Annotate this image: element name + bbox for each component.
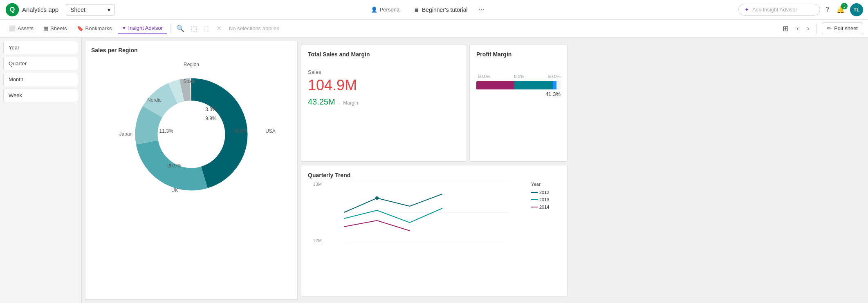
profit-scale-mid: 0.0% [514,74,524,79]
margin-label: Margin [343,100,358,106]
filter-week[interactable]: Week [3,89,78,102]
prev-sheet-button[interactable]: ‹ [794,22,801,35]
quarterly-svg [324,182,528,243]
assets-button[interactable]: ⬜ Assets [5,23,38,34]
assets-label: Assets [18,25,34,31]
quarterly-2012-line [344,194,442,212]
nordic-label: Nordic [147,97,161,103]
personal-label: Personal [380,7,401,13]
usa-pct: 45.5% [233,128,247,134]
sparkle-icon: ✦ [745,7,749,13]
uk-label: UK [171,187,178,193]
insight-icon: ✦ [122,25,126,31]
bookmarks-label: Bookmarks [85,25,112,31]
svg-text:Q: Q [10,6,15,13]
qlik-logo: Q Analytics app [5,2,62,17]
avatar-initials: TL [854,7,860,13]
select-tool-button[interactable]: ⬚ [188,22,200,35]
quarterly-chart-svg-container [324,182,528,243]
profit-bar-positive [514,81,553,89]
sales-per-region-card: Sales per Region Region Spain Nordic Jap… [85,41,298,300]
top-bar: Q Analytics app Sheet ▾ 👤 Personal 🖥 Beg… [0,0,868,20]
clear-tool-button[interactable]: ✕ [214,22,224,35]
edit-sheet-label: Edit sheet [834,25,858,31]
quarterly-chart-area: 13M 12M [308,182,561,243]
filter-month[interactable]: Month [3,73,78,86]
legend-2014-label: 2014 [539,205,549,209]
tutorial-button[interactable]: 🖥 Beginner's tutorial [410,4,472,15]
tutorial-label: Beginner's tutorial [422,7,468,13]
legend-2012-line [531,192,538,193]
personal-button[interactable]: 👤 Personal [367,4,405,15]
sheets-button[interactable]: ▦ Sheets [39,23,71,34]
japan-pct: 11.3% [159,128,173,134]
pencil-icon: ✏ [827,25,832,31]
center-panel: Sales per Region Region Spain Nordic Jap… [82,38,868,303]
toolbar: ⬜ Assets ▦ Sheets 🔖 Bookmarks ✦ Insight … [0,20,868,38]
ask-insight-advisor-button[interactable]: ✦ Ask Insight Advisor [738,4,820,16]
spain-pct: 3.3% [205,107,216,112]
dropdown-chevron-icon: ▾ [108,7,110,13]
filter-quarter[interactable]: Quarter [3,57,78,70]
sheets-icon: ▦ [43,25,48,31]
legend-2013: 2013 [531,197,561,202]
quarterly-trend-card: Quarterly Trend 13M 12M [301,165,567,296]
toolbar-divider [170,24,170,33]
more-options-button[interactable]: ··· [477,3,487,16]
filter-year[interactable]: Year [3,41,78,54]
notification-badge: 3 [841,3,848,9]
y-axis: 13M 12M [308,182,324,243]
legend-2014: 2014 [531,205,561,209]
monitor-icon: 🖥 [414,7,419,13]
profit-scale-min: -50.0% [476,74,491,79]
app-name: Analytics app [22,6,58,13]
japan-label: Japan [119,131,133,137]
profit-margin-card: Profit Margin -50.0% 0.0% 50.0% [469,44,567,162]
quarterly-2013-line [344,208,442,223]
sheets-label: Sheets [50,25,67,31]
notification-button[interactable]: 🔔 3 [834,4,847,16]
profit-bar-extra [553,81,556,89]
sheet-label: Sheet [70,7,85,13]
profit-scale-max: 50.0% [548,74,561,79]
lasso-tool-button[interactable]: ⬚ [201,22,212,35]
uk-pct: 26.9% [167,163,181,169]
sales-value: 104.9M [308,77,459,94]
sales-label: Sales [308,69,459,75]
no-selections-label: No selections applied [229,25,280,31]
quarterly-legend: Year 2012 2013 2014 [528,182,561,243]
spain-label: Spain [183,78,196,84]
sales-chart-title: Sales per Region [91,47,292,53]
profit-scale: -50.0% 0.0% 50.0% [476,74,561,79]
insight-advisor-button[interactable]: ✦ Insight Advisor [118,22,167,34]
y-mid-label: 12M [313,238,322,243]
search-icon-button[interactable]: 🔍 [174,22,187,35]
margin-row: 43.25M · Margin [308,97,459,107]
donut-chart-container: Region Spain Nordic Japan UK USA 3.3% 9.… [91,57,292,212]
bookmarks-button[interactable]: 🔖 Bookmarks [73,23,116,34]
legend-2013-line [531,199,538,200]
help-button[interactable]: ? [823,4,831,16]
margin-dash: · [339,100,340,106]
total-sales-title: Total Sales and Margin [308,51,459,58]
ask-insight-label: Ask Insight Advisor [752,7,797,13]
quarterly-legend-title: Year [531,182,561,187]
next-sheet-button[interactable]: › [805,22,812,35]
profit-margin-title: Profit Margin [476,51,561,58]
usa-label: USA [265,128,276,134]
donut-center-circle [160,103,223,166]
edit-sheet-button[interactable]: ✏ Edit sheet [822,22,863,34]
nordic-pct: 9.9% [205,116,216,121]
legend-2014-line [531,207,538,207]
user-avatar[interactable]: TL [850,3,863,16]
right-top-row: Total Sales and Margin Sales 104.9M 43.2… [301,44,567,162]
quarterly-2014-line [344,221,410,231]
legend-2013-label: 2013 [539,197,549,202]
grid-view-button[interactable]: ⊞ [780,22,791,36]
sheet-dropdown[interactable]: Sheet ▾ [66,4,115,16]
insight-advisor-label: Insight Advisor [128,25,163,31]
bookmark-icon: 🔖 [77,25,83,31]
right-panel: Total Sales and Margin Sales 104.9M 43.2… [301,41,571,300]
region-legend-label: Region [184,62,199,67]
total-sales-card: Total Sales and Margin Sales 104.9M 43.2… [301,44,466,162]
